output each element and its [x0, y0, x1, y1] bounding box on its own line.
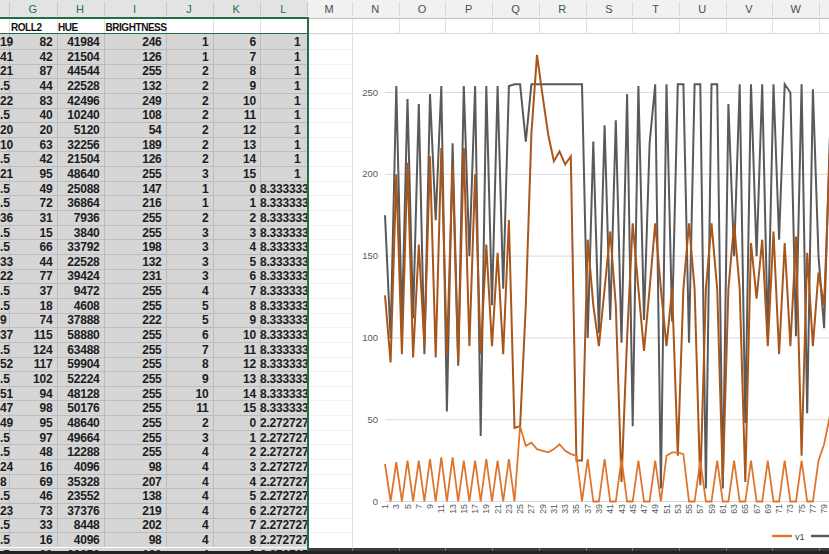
svg-text:57: 57	[695, 504, 705, 514]
svg-text:v1: v1	[795, 532, 805, 542]
svg-text:73: 73	[785, 504, 795, 514]
svg-text:65: 65	[740, 504, 750, 514]
svg-text:3: 3	[391, 504, 401, 509]
svg-text:21: 21	[493, 504, 503, 514]
svg-text:29: 29	[538, 504, 548, 514]
svg-text:33: 33	[560, 504, 570, 514]
svg-text:11: 11	[436, 504, 446, 513]
svg-text:100: 100	[362, 332, 378, 343]
svg-text:37: 37	[583, 504, 593, 514]
svg-text:19: 19	[481, 504, 491, 514]
svg-text:41: 41	[605, 504, 615, 514]
svg-text:67: 67	[752, 504, 762, 514]
svg-text:15: 15	[459, 504, 469, 514]
svg-text:1: 1	[380, 504, 390, 509]
svg-text:35: 35	[571, 504, 581, 514]
svg-text:77: 77	[808, 504, 818, 514]
svg-text:75: 75	[797, 504, 807, 514]
svg-text:69: 69	[763, 504, 773, 514]
svg-text:47: 47	[639, 504, 649, 514]
svg-text:59: 59	[707, 504, 717, 514]
svg-text:200: 200	[362, 168, 378, 179]
svg-text:51: 51	[662, 504, 672, 514]
svg-text:49: 49	[650, 504, 660, 514]
svg-text:31: 31	[549, 504, 559, 514]
svg-text:43: 43	[617, 504, 627, 514]
svg-text:9: 9	[425, 504, 435, 509]
svg-text:61: 61	[718, 504, 728, 514]
svg-text:71: 71	[774, 504, 784, 514]
svg-text:55: 55	[684, 504, 694, 514]
svg-text:63: 63	[729, 504, 739, 514]
svg-text:150: 150	[362, 250, 378, 261]
svg-text:39: 39	[594, 504, 604, 514]
svg-text:79: 79	[819, 504, 829, 514]
svg-text:0: 0	[373, 496, 378, 507]
svg-text:13: 13	[448, 504, 458, 514]
svg-text:50: 50	[367, 414, 378, 425]
svg-text:23: 23	[504, 504, 514, 514]
svg-text:53: 53	[673, 504, 683, 514]
svg-text:17: 17	[470, 504, 480, 514]
svg-text:25: 25	[515, 504, 525, 514]
svg-text:45: 45	[628, 504, 638, 514]
svg-text:5: 5	[403, 504, 413, 509]
svg-text:250: 250	[362, 87, 378, 98]
svg-text:7: 7	[414, 504, 424, 509]
svg-text:27: 27	[526, 504, 536, 514]
